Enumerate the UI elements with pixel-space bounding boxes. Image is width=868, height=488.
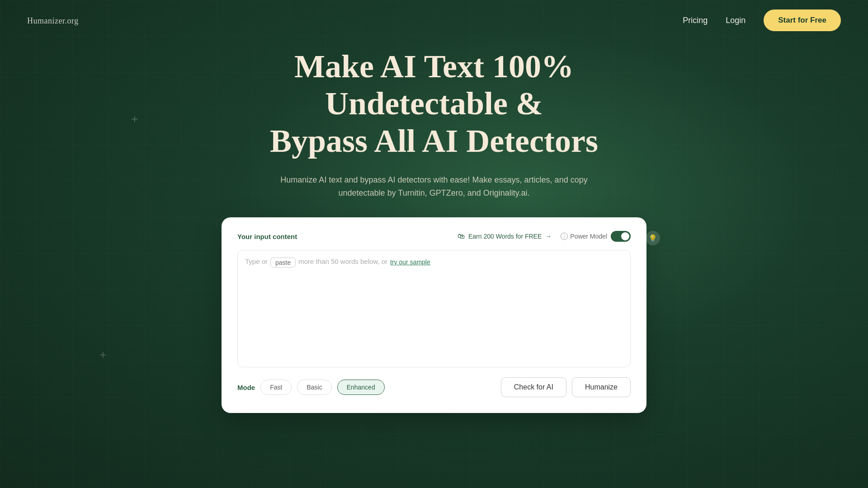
hero-title: Make AI Text 100% Undetectable & Bypass … (231, 48, 637, 160)
hero-subtitle: Humanize AI text and bypass AI detectors… (276, 174, 592, 200)
navbar: Humanizer.org Pricing Login Start for Fr… (0, 0, 868, 41)
textarea-placeholder: Type or paste more than 50 words below, … (245, 258, 623, 267)
mode-enhanced-button[interactable]: Enhanced (337, 380, 385, 395)
nav-pricing[interactable]: Pricing (683, 16, 708, 25)
input-content-label: Your input content (237, 233, 297, 240)
humanize-button[interactable]: Humanize (572, 377, 631, 397)
card-top-right: 🛍 Earn 200 Words for FREE → i Power Mode… (458, 231, 631, 242)
placeholder-type: Type or (245, 258, 268, 265)
hero-title-line2: Bypass All AI Detectors (270, 123, 598, 159)
mode-basic-button[interactable]: Basic (297, 380, 331, 395)
main-card: Your input content 🛍 Earn 200 Words for … (222, 217, 646, 413)
nav-login[interactable]: Login (726, 16, 745, 25)
logo: Humanizer.org (27, 14, 79, 26)
hero-content: Make AI Text 100% Undetectable & Bypass … (9, 48, 859, 413)
info-icon: i (561, 233, 568, 240)
action-buttons: Check for AI Humanize (501, 377, 631, 397)
lightbulb-icon: 💡 (646, 231, 660, 245)
card-bottom-bar: Mode Fast Basic Enhanced Check for AI Hu… (237, 377, 631, 397)
try-sample-button[interactable]: try our sample (390, 258, 430, 267)
page-wrapper: + + Humanizer.org Pricing Login Start fo… (0, 0, 868, 488)
start-free-button[interactable]: Start for Free (764, 9, 841, 31)
earn-icon: 🛍 (458, 232, 465, 240)
check-ai-button[interactable]: Check for AI (501, 377, 566, 397)
earn-words-button[interactable]: 🛍 Earn 200 Words for FREE → (458, 232, 552, 240)
earn-words-label: Earn 200 Words for FREE (468, 233, 542, 240)
mode-section: Mode Fast Basic Enhanced (237, 380, 385, 395)
power-model-label: i Power Model (561, 233, 607, 240)
nav-right: Pricing Login Start for Free (683, 9, 841, 31)
logo-main: Humanizer (27, 16, 65, 25)
earn-arrow-icon: → (545, 233, 552, 240)
mode-label: Mode (237, 384, 255, 391)
power-model-toggle[interactable] (611, 231, 631, 242)
logo-suffix: .org (65, 16, 78, 25)
paste-button[interactable]: paste (270, 258, 296, 267)
mode-fast-button[interactable]: Fast (260, 380, 292, 395)
hero-title-line1: Make AI Text 100% Undetectable & (294, 48, 574, 122)
card-container: Your input content 🛍 Earn 200 Words for … (222, 217, 646, 413)
power-model-text: Power Model (570, 233, 607, 240)
power-model-area: i Power Model (561, 231, 631, 242)
placeholder-more: more than 50 words below, or (298, 258, 387, 265)
card-top-bar: Your input content 🛍 Earn 200 Words for … (237, 231, 631, 242)
textarea-wrapper[interactable]: Type or paste more than 50 words below, … (237, 250, 631, 367)
toggle-knob (621, 232, 629, 240)
